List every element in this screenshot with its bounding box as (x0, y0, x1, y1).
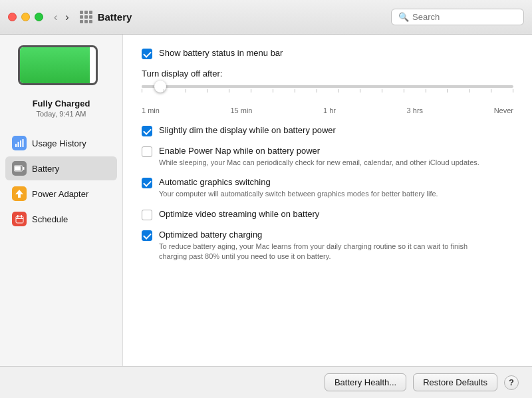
svg-rect-1 (18, 142, 19, 147)
sidebar-item-usage-history[interactable]: Usage History (5, 131, 117, 155)
help-button[interactable]: ? (504, 375, 519, 390)
slider-label-3hrs: 3 hrs (407, 106, 423, 114)
svg-rect-6 (23, 167, 25, 170)
battery-status: Fully Charged Today, 9:41 AM (33, 99, 90, 118)
svg-rect-2 (20, 140, 21, 147)
optimize-video-label: Optimize video streaming while on batter… (159, 209, 319, 219)
show-battery-status-checkbox[interactable] (142, 49, 152, 59)
svg-rect-5 (15, 166, 21, 170)
titlebar: ‹ › Battery 🔍 (0, 0, 532, 35)
sidebar-nav: Usage History Battery Po (5, 131, 117, 232)
search-icon: 🔍 (398, 12, 409, 22)
sidebar-item-power-adapter[interactable]: Power Adapter (5, 182, 117, 206)
usage-history-icon (12, 136, 27, 150)
show-battery-status-row: Show battery status in menu bar (142, 48, 513, 59)
main-content: Fully Charged Today, 9:41 AM Usage Histo… (0, 35, 532, 366)
auto-graphics-checkbox[interactable] (142, 178, 152, 188)
sidebar-item-battery-label: Battery (32, 164, 59, 174)
svg-marker-7 (15, 190, 23, 198)
dim-display-label: Slightly dim the display while on batter… (159, 125, 336, 135)
forward-button[interactable]: › (63, 10, 71, 25)
back-button[interactable]: ‹ (51, 10, 60, 25)
battery-health-button[interactable]: Battery Health... (325, 373, 406, 391)
close-button[interactable] (8, 13, 17, 21)
display-off-label: Turn display off after: (142, 69, 513, 79)
battery-icon (18, 45, 104, 91)
auto-graphics-description: Your computer will automatically switch … (159, 189, 438, 199)
window-title: Battery (98, 11, 391, 23)
optimized-charging-label: Optimized battery charging (159, 230, 485, 240)
search-input[interactable] (412, 12, 519, 22)
sidebar-item-power-adapter-label: Power Adapter (32, 189, 88, 199)
right-panel: Show battery status in menu bar Turn dis… (123, 35, 532, 366)
restore-defaults-button[interactable]: Restore Defaults (413, 373, 497, 391)
nav-buttons: ‹ › (51, 10, 72, 25)
power-nap-checkbox[interactable] (142, 146, 152, 157)
battery-status-label: Fully Charged (33, 99, 90, 108)
dim-display-row: Slightly dim the display while on batter… (142, 125, 513, 136)
slider-track (142, 85, 513, 88)
power-nap-description: While sleeping, your Mac can periodicall… (159, 158, 479, 168)
svg-rect-10 (21, 215, 22, 218)
sidebar-item-usage-history-label: Usage History (32, 138, 86, 148)
schedule-icon (12, 212, 27, 226)
display-off-section: Turn display off after: (142, 69, 513, 114)
svg-rect-0 (15, 144, 17, 147)
maximize-button[interactable] (35, 13, 43, 21)
minimize-button[interactable] (21, 13, 30, 21)
bottom-bar: Battery Health... Restore Defaults ? (0, 366, 532, 398)
traffic-lights (8, 13, 43, 21)
slider-label-15min: 15 min (230, 106, 252, 114)
sidebar-item-schedule-label: Schedule (32, 214, 68, 224)
battery-time: Today, 9:41 AM (33, 110, 90, 118)
sidebar-item-battery[interactable]: Battery (5, 156, 117, 180)
slider-label-1hr: 1 hr (323, 106, 336, 114)
power-nap-label: Enable Power Nap while on battery power (159, 146, 479, 156)
slider-label-never: Never (494, 106, 513, 114)
app-grid-icon[interactable] (80, 11, 92, 23)
optimized-charging-checkbox[interactable] (142, 230, 152, 241)
optimized-charging-description: To reduce battery aging, your Mac learns… (159, 242, 485, 262)
power-adapter-icon (12, 186, 27, 201)
svg-rect-9 (17, 215, 19, 218)
battery-nav-icon (12, 161, 27, 176)
sidebar-item-schedule[interactable]: Schedule (5, 207, 117, 231)
optimized-charging-row: Optimized battery charging To reduce bat… (142, 230, 513, 262)
auto-graphics-row: Automatic graphics switching Your comput… (142, 177, 513, 199)
svg-rect-8 (16, 216, 23, 223)
display-slider-container (142, 85, 513, 88)
search-bar[interactable]: 🔍 (391, 9, 524, 25)
dim-display-checkbox[interactable] (142, 126, 152, 136)
slider-labels: 1 min 15 min 1 hr 3 hrs Never (142, 106, 513, 114)
show-battery-status-label: Show battery status in menu bar (159, 48, 283, 58)
svg-rect-11 (16, 218, 23, 219)
svg-rect-3 (23, 139, 24, 147)
optimize-video-row: Optimize video streaming while on batter… (142, 209, 513, 220)
slider-label-1min: 1 min (142, 106, 160, 114)
sidebar: Fully Charged Today, 9:41 AM Usage Histo… (0, 35, 123, 366)
power-nap-row: Enable Power Nap while on battery power … (142, 146, 513, 168)
auto-graphics-label: Automatic graphics switching (159, 177, 438, 187)
optimize-video-checkbox[interactable] (142, 210, 152, 220)
